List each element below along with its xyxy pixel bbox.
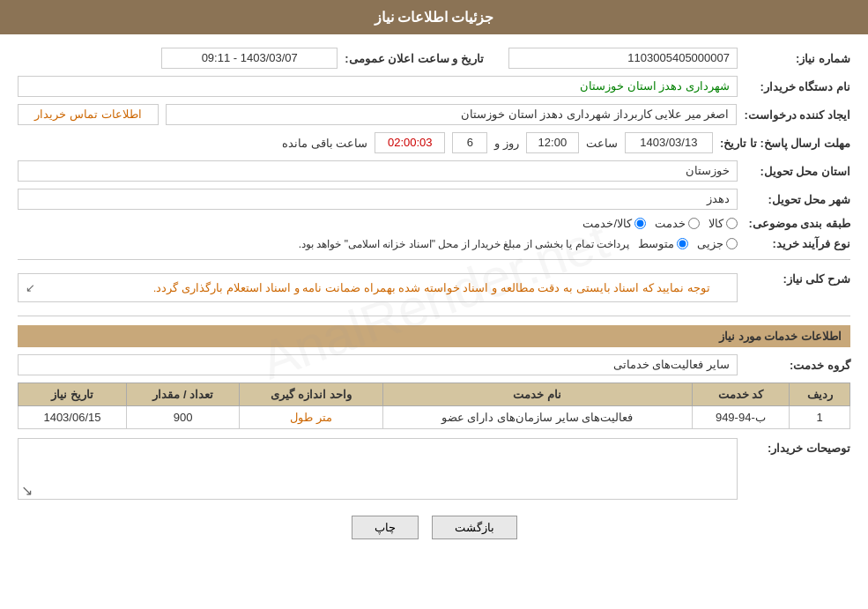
back-button[interactable]: بازگشت [432,516,517,539]
divider-1 [18,259,850,260]
notice-label: شرح کلی نیاز: [745,269,850,286]
cell-code: ب-94-949 [692,406,790,429]
notice-box: ↙ توجه نمایید که اسناد بایستی به دقت مطا… [18,273,738,302]
response-time-label: ساعت [586,137,618,150]
need-number-label: شماره نیاز: [745,52,850,65]
buyer-org-value: شهرداری دهدز استان خوزستان [18,76,738,97]
category-row: طبقه بندی موضوعی: کالا خدمت کالا/خدمت [18,217,850,230]
response-date: 1403/03/13 [625,132,713,153]
print-button[interactable]: چاپ [352,516,419,539]
province-row: استان محل تحویل: خوزستان [18,160,850,182]
purchase-type-mottasat-item[interactable]: متوسط [638,237,688,250]
button-row: بازگشت چاپ [18,516,850,553]
province-value: خوزستان [18,160,738,182]
buyer-desc-label: توصیحات خریدار: [745,438,850,455]
category-kala-radio[interactable] [726,218,738,229]
col-unit: واحد اندازه گیری [240,383,382,406]
city-label: شهر محل تحویل: [745,193,850,206]
need-number-row: شماره نیاز: 1103005405000007 تاریخ و ساع… [18,48,850,69]
service-group-row: گروه خدمت: سایر فعالیت‌های خدماتی [18,354,850,375]
requester-row: ایجاد کننده درخواست: اصغر میر علایی کارب… [18,104,850,125]
purchase-type-mottasat-radio[interactable] [677,238,688,249]
purchase-type-mottasat-label: متوسط [638,237,674,250]
announce-value: 1403/03/07 - 09:11 [161,48,338,69]
category-kala-khedmat-label: کالا/خدمت [582,217,632,230]
category-radio-group: کالا خدمت کالا/خدمت [18,217,738,230]
response-days-label: روز و [494,137,519,150]
purchase-type-jozii-item[interactable]: جزیی [697,237,738,250]
notice-text: توجه نمایید که اسناد بایستی به دقت مطالع… [26,281,710,294]
service-group-value: سایر فعالیت‌های خدماتی [18,354,738,375]
page-title: جزئیات اطلاعات نیاز [375,10,494,25]
cell-unit: متر طول [240,406,382,429]
response-time: 12:00 [526,132,579,153]
city-value: دهدز [18,189,738,210]
response-deadline-label: مهلت ارسال پاسخ: تا تاریخ: [720,137,850,150]
cell-name: فعالیت‌های سایر سازمان‌های دارای عضو [382,406,692,429]
cell-count: 900 [126,406,240,429]
contact-info-link[interactable]: اطلاعات تماس خریدار [18,104,159,125]
announce-label: تاریخ و ساعت اعلان عمومی: [345,52,484,65]
notice-row: شرح کلی نیاز: ↙ توجه نمایید که اسناد بای… [18,269,850,307]
purchase-type-radio-group: جزیی متوسط پرداخت تمام یا بخشی از مبلغ خ… [18,237,738,250]
purchase-type-jozii-label: جزیی [697,237,723,250]
requester-value: اصغر میر علایی کاربرداز شهرداری دهدز است… [166,104,737,125]
remaining-label: ساعت باقی مانده [282,137,367,150]
buyer-org-row: نام دستگاه خریدار: شهرداری دهدز استان خو… [18,76,850,97]
purchase-type-row: نوع فرآیند خرید: جزیی متوسط پرداخت تمام … [18,237,850,250]
category-kala-khedmat-item[interactable]: کالا/خدمت [582,217,646,230]
cell-radif: 1 [790,406,850,429]
city-row: شهر محل تحویل: دهدز [18,189,850,210]
purchase-type-label: نوع فرآیند خرید: [745,237,850,250]
content-area: AnalRender.net شماره نیاز: 1103005405000… [0,34,868,566]
table-row: 1 ب-94-949 فعالیت‌های سایر سازمان‌های دا… [19,406,850,429]
resize-icon: ↘ [21,482,33,499]
category-kala-label: کالا [708,217,723,230]
category-khedmat-radio[interactable] [688,218,700,229]
page-wrapper: جزئیات اطلاعات نیاز AnalRender.net شماره… [0,0,868,609]
col-name: نام خدمت [382,383,692,406]
category-kala-khedmat-radio[interactable] [634,218,646,229]
services-section-title: اطلاعات خدمات مورد نیاز [719,330,842,343]
services-table: ردیف کد خدمت نام خدمت واحد اندازه گیری ت… [18,382,850,429]
col-code: کد خدمت [692,383,790,406]
purchase-type-desc: پرداخت تمام یا بخشی از مبلغ خریدار از مح… [299,238,629,250]
notice-arrow-icon: ↙ [26,281,35,294]
category-kala-item[interactable]: کالا [708,217,738,230]
divider-2 [18,316,850,316]
col-count: تعداد / مقدار [126,383,240,406]
category-khedmat-label: خدمت [655,217,686,230]
category-khedmat-item[interactable]: خدمت [655,217,700,230]
need-number-value: 1103005405000007 [508,48,738,69]
requester-label: ایجاد کننده درخواست: [744,108,850,122]
cell-date: 1403/06/15 [19,406,127,429]
category-label: طبقه بندی موضوعی: [745,217,850,230]
service-group-label: گروه خدمت: [745,359,850,372]
remaining-time: 02:00:03 [375,132,445,153]
response-deadline-row: مهلت ارسال پاسخ: تا تاریخ: 1403/03/13 سا… [18,132,850,153]
buyer-desc-textarea[interactable] [18,438,738,500]
col-date: تاریخ نیاز [19,383,127,406]
buyer-desc-row: توصیحات خریدار: ↘ [18,438,850,502]
services-section-header: اطلاعات خدمات مورد نیاز [18,325,850,347]
response-days: 6 [452,132,487,153]
col-radif: ردیف [790,383,850,406]
purchase-type-jozii-radio[interactable] [726,238,738,249]
province-label: استان محل تحویل: [745,165,850,178]
buyer-org-label: نام دستگاه خریدار: [745,80,850,93]
page-header: جزئیات اطلاعات نیاز [0,0,868,34]
